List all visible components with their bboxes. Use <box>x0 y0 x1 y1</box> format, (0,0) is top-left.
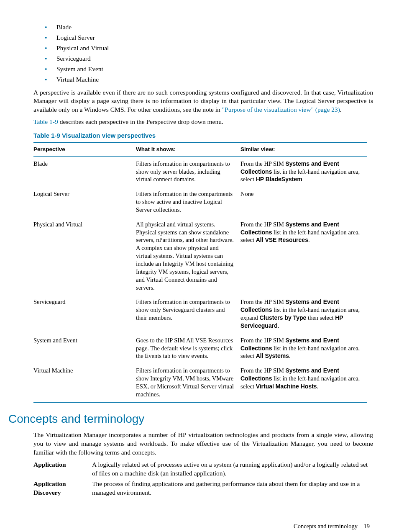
list-item: Virtual Machine <box>45 75 373 84</box>
definition-row: ApplicationA logically related set of pr… <box>33 460 373 478</box>
what-it-shows-cell: Goes to the HP SIM All VSE Resources pag… <box>136 333 240 364</box>
table-header: Similar view: <box>240 143 367 156</box>
what-it-shows-cell: Filters information in compartments to s… <box>136 295 240 333</box>
perspective-cell: Physical and Virtual <box>33 217 136 295</box>
table-header: What it shows: <box>136 143 240 156</box>
list-item: Serviceguard <box>45 54 373 63</box>
page-number: 19 <box>364 523 370 529</box>
table-row: Virtual MachineFilters information in co… <box>33 363 367 402</box>
link-purpose-visualization[interactable]: "Purpose of the visualization view" (pag… <box>222 106 340 113</box>
perspective-cell: Blade <box>33 156 136 187</box>
definition-term: Application <box>33 460 92 478</box>
footer-text: Concepts and terminology <box>294 523 358 529</box>
what-it-shows-cell: Filters information in compartments to s… <box>136 363 240 402</box>
definition-description: The process of finding applications and … <box>92 480 373 497</box>
list-item: Blade <box>45 23 373 32</box>
similar-view-cell: From the HP SIM Systems and Event Collec… <box>240 217 367 295</box>
similar-view-cell: From the HP SIM Systems and Event Collec… <box>240 156 367 187</box>
table-header: Perspective <box>33 143 136 156</box>
definition-row: Application DiscoveryThe process of find… <box>33 480 373 497</box>
what-it-shows-cell: Filters information in compartments to s… <box>136 156 240 187</box>
section-intro: The Virtualization Manager incorporates … <box>33 431 373 457</box>
paragraph-1: A perspective is available even if there… <box>33 88 373 115</box>
similar-view-cell: From the HP SIM Systems and Event Collec… <box>240 363 367 402</box>
table-row: Physical and VirtualAll physical and vir… <box>33 217 367 295</box>
table-row: ServiceguardFilters information in compa… <box>33 295 367 333</box>
link-table-1-9[interactable]: Table 1-9 <box>33 118 58 125</box>
text: . <box>340 106 342 113</box>
similar-view-cell: From the HP SIM Systems and Event Collec… <box>240 295 367 333</box>
list-item: Physical and Virtual <box>45 44 373 53</box>
definition-list: ApplicationA logically related set of pr… <box>33 460 373 497</box>
perspective-cell: Serviceguard <box>33 295 136 333</box>
paragraph-2: Table 1-9 describes each perspective in … <box>33 118 373 126</box>
perspective-bullet-list: Blade Logical Server Physical and Virtua… <box>45 23 373 84</box>
table-row: BladeFilters information in compartments… <box>33 156 367 187</box>
perspectives-table: Perspective What it shows: Similar view:… <box>33 142 367 402</box>
table-caption: Table 1-9 Visualization view perspective… <box>33 131 373 140</box>
perspective-cell: Virtual Machine <box>33 363 136 402</box>
list-item: Logical Server <box>45 33 373 42</box>
perspective-cell: Logical Server <box>33 187 136 217</box>
what-it-shows-cell: Filters information in the compartments … <box>136 187 240 217</box>
list-item: System and Event <box>45 65 373 74</box>
table-row: System and EventGoes to the HP SIM All V… <box>33 333 367 364</box>
what-it-shows-cell: All physical and virtual systems. Physic… <box>136 217 240 295</box>
definition-description: A logically related set of processes act… <box>92 460 373 478</box>
table-row: Logical ServerFilters information in the… <box>33 187 367 217</box>
similar-view-cell: From the HP SIM Systems and Event Collec… <box>240 333 367 364</box>
perspective-cell: System and Event <box>33 333 136 364</box>
definition-term: Application Discovery <box>33 480 92 497</box>
page-footer: Concepts and terminology 19 <box>26 522 373 531</box>
text: describes each perspective in the Perspe… <box>58 118 223 125</box>
similar-view-cell: None <box>240 187 367 217</box>
section-heading: Concepts and terminology <box>8 411 373 427</box>
